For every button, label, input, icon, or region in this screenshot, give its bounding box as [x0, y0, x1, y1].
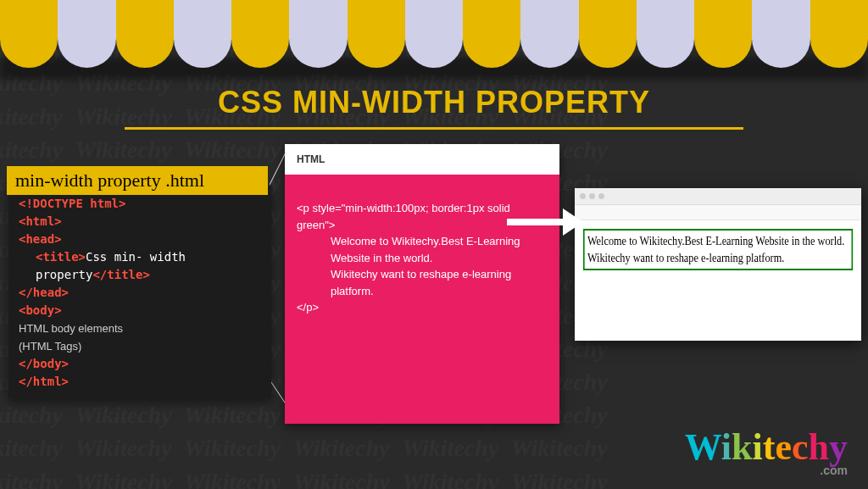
code-line: <!DOCTYPE html>	[19, 197, 125, 210]
file-tab: min-width property .html	[7, 166, 268, 195]
page-title-block: CSS MIN-WIDTH PROPERTY	[125, 85, 743, 130]
code-comment: HTML body elements	[19, 322, 123, 335]
code-line: <head>	[19, 232, 62, 246]
browser-tabstrip	[575, 205, 861, 220]
source-code-card: min-width property .html <!DOCTYPE html>…	[8, 186, 271, 398]
code-line: </head>	[19, 286, 69, 299]
window-dot	[580, 193, 586, 199]
code-line: <body>	[19, 303, 62, 317]
html-snippet-card: HTML <p style="min-width:100px; border:1…	[285, 144, 559, 424]
code-comment: (HTML Tags)	[19, 340, 81, 353]
snippet-body: <p style="min-width:100px; border:1px so…	[285, 175, 559, 342]
brand-logo: Wikitechy .com	[685, 425, 848, 477]
page-title: CSS MIN-WIDTH PROPERTY	[125, 85, 743, 120]
code-line: </html>	[19, 375, 69, 388]
snippet-header: HTML	[285, 144, 559, 175]
snippet-line: Wikitechy want to reshape e-learning pla…	[297, 266, 548, 299]
browser-viewport: Welcome to Wikitechy.Best E-Learning Web…	[575, 220, 861, 279]
rendered-paragraph: Welcome to Wikitechy.Best E-Learning Web…	[583, 229, 853, 270]
title-underline	[125, 127, 743, 130]
browser-chrome	[575, 188, 861, 205]
code-line: </body>	[19, 357, 69, 370]
snippet-line: </p>	[297, 299, 548, 316]
snippet-label: HTML	[297, 153, 325, 165]
snippet-line: Welcome to Wikitechy.Best E-Learning Web…	[297, 233, 548, 266]
code-tag: </title>	[92, 268, 149, 281]
awning	[0, 0, 868, 68]
code-block: <!DOCTYPE html> <html> <head> <title>Css…	[8, 186, 271, 399]
code-tag: <title>	[36, 250, 86, 264]
arrow-icon	[507, 212, 583, 232]
browser-window: Welcome to Wikitechy.Best E-Learning Web…	[575, 188, 861, 341]
window-dot	[598, 193, 604, 199]
window-dot	[589, 193, 595, 199]
code-line: <html>	[19, 214, 62, 228]
